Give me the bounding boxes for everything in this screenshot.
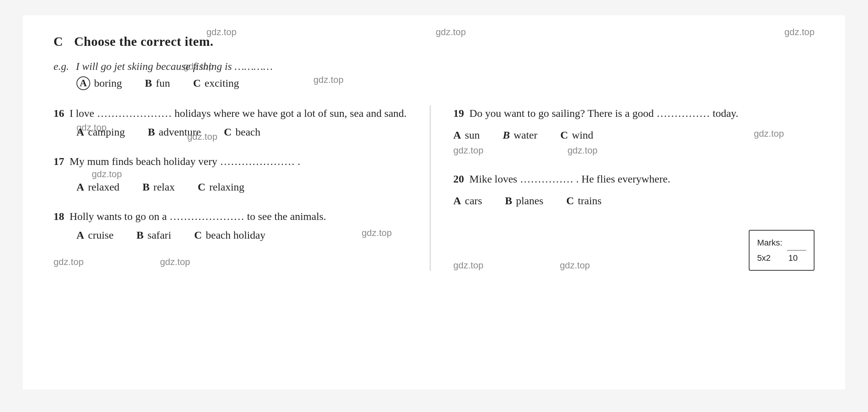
q16-option-a-letter: A	[76, 126, 84, 138]
watermark-q19: gdz.top	[754, 128, 784, 139]
q16-option-c-text: beach	[235, 126, 260, 138]
q17-option-b-text: relax	[153, 181, 175, 193]
q16-option-a-text: camping	[88, 126, 125, 138]
marks-multiplier: 5x2	[757, 253, 771, 263]
q19-option-b: B water	[503, 129, 537, 141]
example-block: e.g. I will go jet skiing because fishin…	[54, 60, 814, 90]
q17-option-c-letter: C	[198, 181, 205, 193]
marks-denominator: 10	[788, 253, 797, 263]
example-text: I will go jet skiing because fishing is …	[76, 60, 273, 73]
question-19-number: 19	[453, 107, 467, 119]
page: gdz.top gdz.top gdz.top C Choose the cor…	[23, 15, 845, 389]
question-20-body: 20 Mike loves …………… . He flies everywher…	[453, 171, 814, 187]
q18-option-c-text: beach holiday	[206, 229, 265, 241]
question-18-body: 18 Holly wants to go on a ………………… to see…	[54, 208, 415, 225]
q17-option-b: B relax	[143, 181, 175, 193]
watermark-br1: gdz.top	[453, 260, 483, 271]
q19-option-b-text: water	[514, 129, 537, 141]
section-letter: C	[54, 34, 63, 48]
example-option-b-letter: B	[145, 77, 152, 89]
q17-option-c: C relaxing	[198, 181, 244, 193]
q19-option-a-text: sun	[465, 129, 480, 141]
main-content: 16 I love ………………… holidays where we have…	[54, 105, 814, 271]
q20-option-a-letter: A	[453, 195, 461, 207]
watermark-bl1: gdz.top	[54, 257, 84, 267]
q17-option-c-text: relaxing	[209, 181, 245, 193]
watermark-q18: gdz.top	[362, 228, 392, 238]
q17-option-b-letter: B	[143, 181, 150, 193]
watermark-bl2: gdz.top	[160, 257, 190, 267]
question-16-options: A camping B adventure C beach	[76, 126, 415, 138]
q19-option-c: C wind	[560, 129, 593, 141]
q18-option-a-text: cruise	[88, 229, 114, 241]
q20-option-a: A cars	[453, 195, 482, 207]
marks-box: Marks: 5x2 10	[749, 230, 814, 271]
example-option-a-text: boring	[94, 77, 122, 89]
q17-option-a: A relaxed	[76, 181, 120, 193]
q20-option-b-letter: B	[505, 195, 512, 207]
question-17-body: 17 My mum finds beach holiday very ………………	[54, 153, 415, 170]
q19-option-c-letter: C	[560, 129, 568, 141]
marks-label-row: Marks:	[757, 235, 806, 250]
watermark-q16: gdz.top	[187, 131, 217, 142]
question-18: 18 Holly wants to go on a ………………… to see…	[54, 208, 415, 241]
q20-option-a-text: cars	[465, 195, 482, 207]
q18-option-a: A cruise	[76, 229, 114, 241]
q20-option-b-text: planes	[516, 195, 544, 207]
left-column: 16 I love ………………… holidays where we have…	[54, 105, 430, 271]
example-option-c-letter: C	[193, 77, 201, 89]
q16-option-c-letter: C	[224, 126, 232, 138]
q19-option-b-letter: B	[503, 129, 510, 141]
watermark-br2: gdz.top	[560, 260, 590, 271]
example-option-b-text: fun	[156, 77, 170, 89]
example-option-c: C exciting	[193, 77, 239, 89]
watermark-q17: gdz.top	[92, 169, 122, 179]
question-18-text: Holly wants to go on a ………………… to see th…	[70, 210, 326, 222]
q20-option-c-text: trains	[578, 195, 602, 207]
watermark-3: gdz.top	[784, 27, 814, 37]
q20-option-b: B planes	[505, 195, 543, 207]
example-options: A boring B fun C exciting	[76, 76, 814, 90]
section-header: C Choose the correct item.	[54, 34, 814, 49]
example-line: e.g. I will go jet skiing because fishin…	[54, 60, 814, 73]
question-19-body: 19 Do you want to go sailing? There is a…	[453, 105, 814, 121]
q19-option-c-text: wind	[572, 129, 593, 141]
question-17-text: My mum finds beach holiday very ………………… …	[70, 155, 300, 167]
question-17-options: A relaxed B relax C relaxing	[76, 181, 415, 193]
example-label: e.g.	[54, 60, 69, 73]
q20-option-c-letter: C	[566, 195, 574, 207]
question-16: 16 I love ………………… holidays where we have…	[54, 105, 415, 138]
q16-option-c: C beach	[224, 126, 261, 138]
q19-option-a: A sun	[453, 129, 480, 141]
question-16-number: 16	[54, 107, 67, 119]
section-title: Choose the correct item.	[74, 34, 213, 48]
q19-option-a-letter: A	[453, 129, 461, 141]
example-option-b: B fun	[145, 77, 170, 89]
right-column: 19 Do you want to go sailing? There is a…	[430, 105, 814, 271]
marks-label: Marks:	[757, 238, 782, 247]
q17-option-a-letter: A	[76, 181, 84, 193]
question-20-text: Mike loves …………… . He flies everywhere.	[469, 173, 670, 185]
watermark-1: gdz.top	[206, 27, 237, 37]
question-18-number: 18	[54, 210, 67, 222]
example-option-c-text: exciting	[204, 77, 239, 89]
q18-option-b: B safari	[136, 229, 171, 241]
bottom-watermarks-left: gdz.top gdz.top	[54, 257, 415, 267]
question-16-text: I love ………………… holidays where we have go…	[70, 107, 407, 119]
q20-option-c: C trains	[566, 195, 602, 207]
watermark-q19a: gdz.top	[453, 145, 483, 156]
q16-option-a: A camping	[76, 126, 125, 138]
question-17: 17 My mum finds beach holiday very ………………	[54, 153, 415, 193]
watermark-q19b: gdz.top	[568, 145, 598, 156]
question-16-body: 16 I love ………………… holidays where we have…	[54, 105, 415, 121]
question-20: 20 Mike loves …………… . He flies everywher…	[453, 171, 814, 207]
question-20-number: 20	[453, 173, 467, 185]
q19-watermarks: gdz.top gdz.top	[453, 145, 814, 156]
q18-option-a-letter: A	[76, 229, 84, 241]
example-option-a-letter: A	[76, 76, 90, 90]
example-option-a: A boring	[76, 76, 122, 90]
watermark-2: gdz.top	[436, 27, 466, 37]
question-20-options: A cars B planes C trains	[453, 195, 814, 207]
question-17-number: 17	[54, 155, 67, 167]
question-19-text: Do you want to go sailing? There is a go…	[469, 107, 738, 119]
